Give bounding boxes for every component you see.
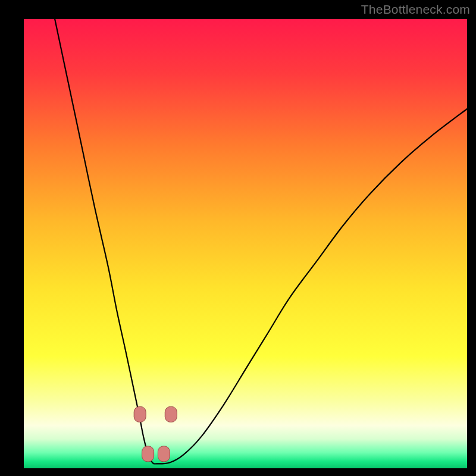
curve-marker [158,446,170,462]
curve-marker [134,406,146,422]
curve-marker [165,406,177,422]
chart-svg [24,19,467,468]
chart-frame: TheBottleneck.com [0,0,476,476]
gradient-background [24,19,467,468]
watermark-text: TheBottleneck.com [361,2,470,17]
chart-plot-area [24,19,467,468]
curve-marker [142,446,154,462]
